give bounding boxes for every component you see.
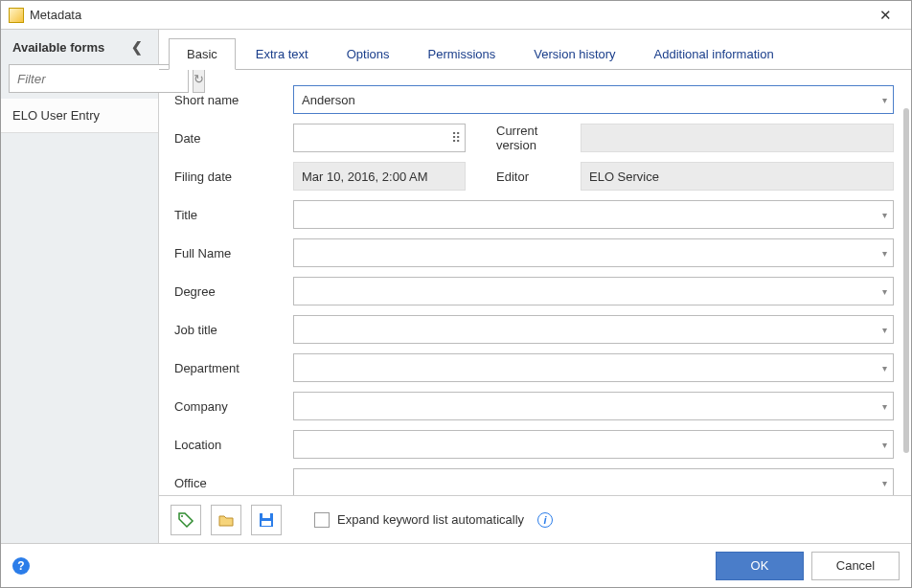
svg-rect-2 (262, 513, 270, 518)
dropdown-icon[interactable]: ▾ (882, 95, 887, 105)
form-area: Short name Anderson▾ Date ⠿ Current vers… (159, 70, 911, 495)
label-office: Office (171, 476, 293, 490)
calendar-icon[interactable]: ⠿ (451, 130, 459, 146)
save-button[interactable] (251, 505, 282, 535)
help-button[interactable]: ? (12, 557, 30, 575)
label-job-title: Job title (171, 323, 293, 337)
metadata-dialog: Metadata ✕ Available forms ❮ ↻ ELO User … (0, 0, 912, 588)
expand-keyword-label: Expand keyword list automatically (337, 512, 524, 527)
dropdown-icon[interactable]: ▾ (882, 248, 887, 259)
filing-date-field: Mar 10, 2016, 2:00 AM (293, 162, 466, 191)
label-current-version: Current version (466, 124, 581, 152)
sidebar-header: Available forms ❮ (1, 30, 158, 62)
degree-field[interactable]: ▾ (293, 277, 894, 305)
svg-rect-3 (262, 521, 271, 526)
tab-additional-info[interactable]: Additional information (636, 38, 792, 70)
svg-point-0 (181, 515, 183, 517)
dialog-body: Available forms ❮ ↻ ELO User Entry Basic… (1, 30, 911, 543)
label-title: Title (171, 208, 293, 222)
department-field[interactable]: ▾ (293, 353, 894, 382)
folder-button[interactable] (211, 505, 241, 535)
window-title: Metadata (30, 8, 867, 22)
editor-field: ELO Service (581, 162, 894, 191)
form-list-item[interactable]: ELO User Entry (1, 99, 158, 133)
full-name-field[interactable]: ▾ (293, 238, 894, 267)
filter-row: ↻ (1, 62, 158, 99)
tab-bar: Basic Extra text Options Permissions Ver… (159, 30, 911, 70)
cancel-button[interactable]: Cancel (811, 552, 900, 580)
form-toolbar: Expand keyword list automatically i (159, 495, 911, 543)
label-company: Company (171, 399, 293, 414)
date-field[interactable]: ⠿ (293, 124, 466, 152)
close-button[interactable]: ✕ (867, 2, 903, 29)
tab-permissions[interactable]: Permissions (410, 38, 514, 70)
office-field[interactable]: ▾ (293, 468, 894, 495)
sidebar-heading: Available forms (12, 40, 125, 55)
dialog-footer: ? OK Cancel (1, 543, 911, 587)
main-panel: Basic Extra text Options Permissions Ver… (159, 30, 911, 543)
location-field[interactable]: ▾ (293, 430, 894, 459)
sidebar: Available forms ❮ ↻ ELO User Entry (1, 30, 159, 543)
collapse-sidebar-button[interactable]: ❮ (125, 39, 148, 55)
job-title-field[interactable]: ▾ (293, 315, 894, 344)
dropdown-icon[interactable]: ▾ (882, 363, 887, 373)
label-short-name: Short name (171, 93, 293, 107)
expand-keyword-row: Expand keyword list automatically i (314, 512, 553, 528)
label-editor: Editor (466, 170, 581, 184)
label-location: Location (171, 438, 293, 452)
scrollbar[interactable] (903, 108, 909, 453)
info-icon[interactable]: i (537, 512, 553, 528)
tab-version-history[interactable]: Version history (515, 38, 633, 70)
short-name-field[interactable]: Anderson▾ (293, 85, 894, 114)
label-date: Date (171, 131, 293, 146)
tag-button[interactable] (171, 505, 201, 535)
company-field[interactable]: ▾ (293, 392, 894, 420)
tab-extra-text[interactable]: Extra text (238, 38, 327, 70)
ok-button[interactable]: OK (716, 552, 804, 580)
form-list: ELO User Entry (1, 99, 158, 543)
label-department: Department (171, 361, 293, 375)
dropdown-icon[interactable]: ▾ (882, 286, 887, 297)
dropdown-icon[interactable]: ▾ (882, 210, 887, 220)
label-degree: Degree (171, 284, 293, 299)
dropdown-icon[interactable]: ▾ (882, 401, 887, 412)
title-bar: Metadata ✕ (1, 1, 911, 30)
tab-options[interactable]: Options (329, 38, 408, 70)
current-version-field (581, 124, 894, 152)
title-field[interactable]: ▾ (293, 200, 894, 229)
dropdown-icon[interactable]: ▾ (882, 325, 887, 335)
dropdown-icon[interactable]: ▾ (882, 440, 887, 450)
expand-keyword-checkbox[interactable] (314, 512, 330, 528)
label-full-name: Full Name (171, 246, 293, 260)
dropdown-icon[interactable]: ▾ (882, 478, 887, 488)
app-icon (9, 8, 24, 23)
label-filing-date: Filing date (171, 170, 293, 184)
tab-basic[interactable]: Basic (169, 38, 236, 70)
